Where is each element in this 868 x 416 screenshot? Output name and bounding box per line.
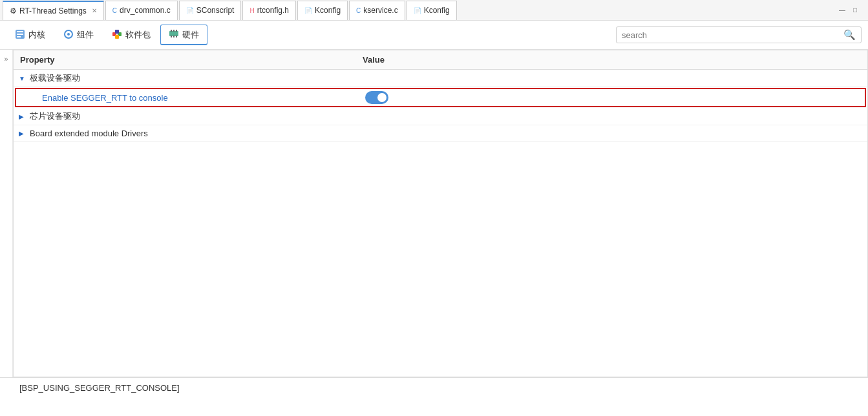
component-tab-label: 组件 bbox=[77, 29, 94, 41]
h-file-icon: H bbox=[249, 7, 254, 14]
toolbar-tabs: 内核 组件 软件包 bbox=[6, 25, 207, 45]
c-file-icon-2: C bbox=[356, 7, 361, 14]
tab-software[interactable]: 软件包 bbox=[103, 25, 159, 45]
search-input[interactable] bbox=[622, 30, 840, 40]
column-property-header: Property bbox=[14, 53, 356, 67]
expand-arrow-chip-drivers[interactable]: ▶ bbox=[19, 113, 26, 120]
title-bar: ⚙ RT-Thread Settings ✕ C drv_common.c 📄 … bbox=[0, 0, 868, 21]
bottom-panel: [BSP_USING_SEGGER_RTT_CONSOLE] bbox=[0, 377, 868, 416]
row-value-board-extended bbox=[356, 132, 867, 136]
settings-content: » Property Value ▼ 板载设备驱动 Enabl bbox=[0, 50, 868, 377]
selected-row-wrapper: Enable SEGGER_RTT to console bbox=[15, 88, 866, 107]
software-icon bbox=[112, 29, 122, 41]
file-icon-3: 📄 bbox=[414, 7, 421, 14]
toolbar: 内核 组件 软件包 bbox=[0, 21, 868, 50]
segger-toggle[interactable] bbox=[365, 91, 388, 104]
tab-drv-common-c[interactable]: C drv_common.c bbox=[105, 1, 178, 20]
tab-hardware[interactable]: 硬件 bbox=[160, 25, 207, 45]
title-bar-tabs: ⚙ RT-Thread Settings ✕ C drv_common.c 📄 … bbox=[3, 1, 457, 20]
minimize-button[interactable]: — bbox=[837, 5, 847, 16]
row-value-enable-segger bbox=[359, 89, 865, 106]
svg-rect-16 bbox=[176, 36, 177, 37]
row-label-board-drivers: ▼ 板载设备驱动 bbox=[14, 70, 356, 87]
svg-rect-14 bbox=[171, 36, 172, 37]
board-drivers-label: 板载设备驱动 bbox=[30, 72, 80, 84]
tab-close-rt-thread-settings[interactable]: ✕ bbox=[92, 7, 97, 14]
tab-kservice-c[interactable]: C kservice.c bbox=[349, 1, 405, 20]
svg-rect-3 bbox=[17, 36, 21, 37]
c-file-icon: C bbox=[112, 7, 117, 14]
row-label-chip-drivers: ▶ 芯片设备驱动 bbox=[14, 108, 356, 125]
tab-rtconfig-h[interactable]: H rtconfig.h bbox=[242, 1, 296, 20]
search-container: 🔍 bbox=[616, 26, 862, 43]
tab-kconfig1[interactable]: 📄 Kconfig bbox=[297, 1, 348, 20]
chip-drivers-label: 芯片设备驱动 bbox=[30, 110, 80, 122]
segger-toggle-slider bbox=[365, 91, 388, 104]
tab-label: Kconfig bbox=[315, 6, 341, 15]
svg-point-5 bbox=[67, 33, 70, 36]
software-tab-label: 软件包 bbox=[125, 29, 151, 41]
maximize-button[interactable]: □ bbox=[850, 5, 860, 16]
svg-rect-1 bbox=[17, 31, 23, 32]
tree-table: Property Value ▼ 板载设备驱动 Enable SEGGER_RT… bbox=[13, 50, 868, 377]
window-controls: — □ bbox=[837, 5, 865, 16]
tab-label: Kconfig bbox=[424, 6, 450, 15]
row-label-enable-segger: Enable SEGGER_RTT to console bbox=[16, 90, 359, 105]
hardware-tab-label: 硬件 bbox=[182, 29, 199, 41]
svg-rect-10 bbox=[169, 31, 178, 36]
svg-rect-11 bbox=[171, 30, 172, 32]
svg-rect-2 bbox=[17, 34, 23, 35]
main-container: 内核 组件 软件包 bbox=[0, 21, 868, 416]
expand-arrow-board-extended[interactable]: ▶ bbox=[19, 130, 26, 137]
enable-segger-label: Enable SEGGER_RTT to console bbox=[42, 93, 168, 103]
board-extended-label: Board extended module Drivers bbox=[30, 129, 148, 138]
tab-label: SConscript bbox=[196, 6, 235, 15]
column-value-header: Value bbox=[356, 53, 867, 67]
kernel-tab-label: 内核 bbox=[28, 29, 45, 41]
tab-label: kservice.c bbox=[363, 6, 397, 15]
table-header: Property Value bbox=[14, 50, 867, 70]
table-row[interactable]: ▼ 板载设备驱动 bbox=[14, 70, 867, 87]
tab-kernel[interactable]: 内核 bbox=[6, 25, 54, 45]
bottom-panel-text: [BSP_USING_SEGGER_RTT_CONSOLE] bbox=[19, 383, 180, 393]
row-value-board-drivers bbox=[356, 76, 867, 80]
row-label-board-extended: ▶ Board extended module Drivers bbox=[14, 126, 356, 141]
tab-kconfig2[interactable]: 📄 Kconfig bbox=[407, 1, 457, 20]
search-icon[interactable]: 🔍 bbox=[843, 29, 856, 41]
hardware-icon bbox=[169, 28, 179, 41]
collapse-arrow[interactable]: » bbox=[0, 50, 13, 377]
file-icon-2: 📄 bbox=[304, 7, 312, 14]
svg-rect-9 bbox=[115, 35, 119, 39]
expand-arrow-board-drivers[interactable]: ▼ bbox=[19, 75, 26, 82]
svg-rect-8 bbox=[115, 30, 119, 34]
tab-component[interactable]: 组件 bbox=[55, 25, 102, 45]
component-icon bbox=[63, 29, 74, 41]
tab-sconscript[interactable]: 📄 SConscript bbox=[179, 1, 242, 20]
tab-rt-thread-settings[interactable]: ⚙ RT-Thread Settings ✕ bbox=[3, 1, 104, 20]
row-value-chip-drivers bbox=[356, 114, 867, 118]
tab-label: drv_common.c bbox=[120, 6, 171, 15]
table-row[interactable]: Enable SEGGER_RTT to console bbox=[16, 89, 865, 106]
file-icon: 📄 bbox=[186, 7, 194, 14]
table-row[interactable]: ▶ Board extended module Drivers bbox=[14, 125, 867, 142]
tab-label: RT-Thread Settings bbox=[19, 6, 87, 16]
settings-icon: ⚙ bbox=[10, 6, 17, 16]
svg-rect-15 bbox=[173, 36, 175, 37]
svg-rect-13 bbox=[176, 30, 177, 32]
tab-label: rtconfig.h bbox=[257, 6, 289, 15]
table-row[interactable]: ▶ 芯片设备驱动 bbox=[14, 108, 867, 125]
kernel-icon bbox=[15, 29, 25, 41]
svg-rect-12 bbox=[173, 30, 175, 32]
